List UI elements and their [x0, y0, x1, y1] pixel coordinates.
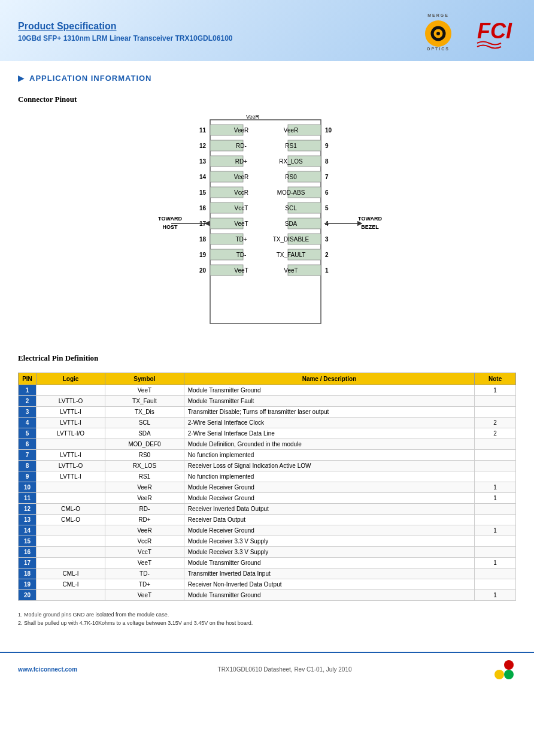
svg-text:VeeT: VeeT	[234, 267, 248, 274]
symbol-cell: RD-	[105, 504, 184, 515]
svg-text:TOWARD: TOWARD	[158, 216, 182, 222]
pinout-diagram: 11 VeeR 12 RD- 13 RD+ 14 VeeR 15 VccR 16…	[99, 114, 435, 335]
svg-text:VeeT: VeeT	[284, 267, 298, 274]
svg-text:VeeT: VeeT	[234, 220, 248, 227]
note-2: 2. Shall be pulled up with 4.7K-10Kohms …	[18, 619, 516, 627]
table-row: 6MOD_DEF0Module Definition, Grounded in …	[19, 439, 516, 450]
pin-number-cell: 6	[19, 439, 37, 450]
svg-text:5: 5	[325, 205, 329, 211]
note-cell	[475, 515, 516, 525]
svg-text:13: 13	[199, 158, 207, 165]
svg-point-76	[504, 670, 514, 679]
symbol-cell: VccR	[105, 536, 184, 547]
svg-text:SCL: SCL	[285, 205, 297, 211]
col-logic: Logic	[37, 373, 105, 385]
svg-text:TOWARD: TOWARD	[358, 216, 382, 222]
desc-cell: Module Transmitter Ground	[184, 590, 474, 601]
table-row: 3LVTTL-ITX_DisTransmitter Disable; Turns…	[19, 407, 516, 418]
svg-text:VccR: VccR	[234, 189, 248, 196]
symbol-cell: MOD_DEF0	[105, 439, 184, 450]
svg-text:RD-: RD-	[236, 143, 247, 149]
table-row: 10VeeRModule Receiver Ground1	[19, 482, 516, 493]
logic-cell: LVTTL-I	[37, 450, 105, 461]
svg-text:20: 20	[199, 267, 207, 274]
logic-cell	[37, 439, 105, 450]
table-row: 2LVTTL-OTX_FaultModule Transmitter Fault	[19, 396, 516, 407]
pin-number-cell: 1	[19, 385, 37, 396]
symbol-cell: TX_Fault	[105, 396, 184, 407]
note-1: 1. Module ground pins GND are isolated f…	[18, 610, 516, 619]
table-row: 16VccTModule Receiver 3.3 V Supply	[19, 547, 516, 558]
note-cell	[475, 471, 516, 482]
symbol-cell: VeeT	[105, 590, 184, 601]
note-cell	[475, 504, 516, 515]
table-row: 4LVTTL-ISCL2-Wire Serial Interface Clock…	[19, 418, 516, 428]
svg-text:11: 11	[199, 127, 207, 134]
symbol-cell: VeeR	[105, 525, 184, 536]
svg-text:19: 19	[199, 252, 207, 258]
logic-cell	[37, 558, 105, 568]
symbol-cell: RS1	[105, 471, 184, 482]
svg-text:VeeR: VeeR	[234, 174, 248, 180]
pin-number-cell: 5	[19, 428, 37, 439]
note-cell	[475, 568, 516, 579]
content: ▶ APPLICATION INFORMATION Connector Pino…	[0, 61, 534, 640]
table-row: 20VeeTModule Transmitter Ground1	[19, 590, 516, 601]
note-cell: 1	[475, 385, 516, 396]
logic-cell: CML-O	[37, 515, 105, 525]
desc-cell: Receiver Inverted Data Output	[184, 504, 474, 515]
svg-text:6: 6	[325, 189, 329, 196]
section-heading-text: APPLICATION INFORMATION	[29, 74, 152, 83]
symbol-cell: VeeT	[105, 558, 184, 568]
note-cell	[475, 396, 516, 407]
svg-point-75	[504, 660, 514, 670]
table-row: 18CML-ITD-Transmitter Inverted Data Inpu…	[19, 568, 516, 579]
pin-definition-table: PIN Logic Symbol Name / Description Note…	[18, 373, 516, 601]
col-symbol: Symbol	[105, 373, 184, 385]
note-cell	[475, 536, 516, 547]
logic-cell	[37, 493, 105, 504]
svg-text:MOD-ABS: MOD-ABS	[277, 189, 305, 196]
svg-text:14: 14	[199, 174, 207, 180]
svg-text:HOST: HOST	[162, 224, 178, 230]
footer-logo	[492, 658, 516, 682]
svg-point-74	[494, 670, 504, 679]
desc-cell: No function implemented	[184, 450, 474, 461]
note-cell: 2	[475, 428, 516, 439]
note-cell	[475, 579, 516, 590]
pin-number-cell: 4	[19, 418, 37, 428]
symbol-cell: SDA	[105, 428, 184, 439]
pinout-container: 11 VeeR 12 RD- 13 RD+ 14 VeeR 15 VccR 16…	[18, 114, 516, 335]
svg-text:VeeR: VeeR	[234, 127, 248, 134]
desc-cell: Module Transmitter Fault	[184, 396, 474, 407]
desc-cell: Module Receiver 3.3 V Supply	[184, 536, 474, 547]
svg-text:15: 15	[199, 189, 207, 196]
pin-number-cell: 18	[19, 568, 37, 579]
symbol-cell: RS0	[105, 450, 184, 461]
footer-datasheet: TRX10GDL0610 Datasheet, Rev C1-01, July …	[218, 666, 352, 673]
svg-text:VeeR: VeeR	[246, 114, 260, 120]
pin-number-cell: 3	[19, 407, 37, 418]
note-cell: 2	[475, 418, 516, 428]
svg-text:8: 8	[325, 158, 329, 165]
bookmark-icon: ▶	[18, 73, 25, 83]
svg-text:2: 2	[325, 252, 329, 258]
svg-text:TX_DISABLE: TX_DISABLE	[273, 236, 310, 243]
note-cell	[475, 547, 516, 558]
svg-text:RS0: RS0	[285, 174, 297, 180]
footer: www.fciconnect.com TRX10GDL0610 Datashee…	[0, 652, 534, 687]
desc-cell: No function implemented	[184, 471, 474, 482]
header-left: Product Specification 10GBd SFP+ 1310nm …	[18, 21, 233, 43]
svg-text:RD+: RD+	[235, 158, 247, 165]
svg-text:VeeR: VeeR	[284, 127, 298, 134]
pin-number-cell: 2	[19, 396, 37, 407]
desc-cell: 2-Wire Serial Interface Clock	[184, 418, 474, 428]
logic-cell: LVTTL-O	[37, 396, 105, 407]
svg-text:9: 9	[325, 143, 329, 149]
col-desc: Name / Description	[184, 373, 474, 385]
logic-cell	[37, 525, 105, 536]
svg-text:1: 1	[325, 267, 329, 274]
col-pin: PIN	[19, 373, 37, 385]
logic-cell: LVTTL-I	[37, 471, 105, 482]
table-row: 1VeeTModule Transmitter Ground1	[19, 385, 516, 396]
